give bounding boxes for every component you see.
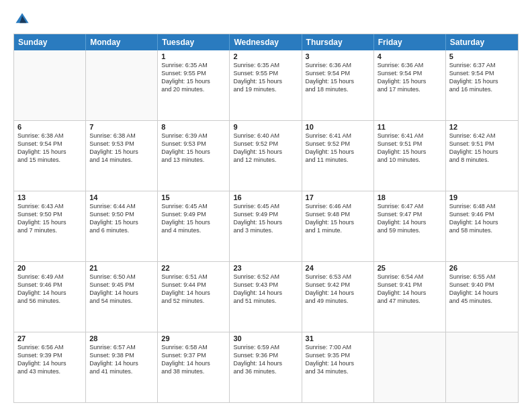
weekday-header: Monday bbox=[86, 34, 158, 50]
empty-cell bbox=[446, 332, 518, 402]
day-cell: 4Sunrise: 6:36 AM Sunset: 9:54 PM Daylig… bbox=[374, 50, 446, 120]
cell-info: Sunrise: 6:46 AM Sunset: 9:48 PM Dayligh… bbox=[306, 202, 370, 235]
cell-info: Sunrise: 6:56 AM Sunset: 9:39 PM Dayligh… bbox=[17, 343, 82, 376]
day-cell: 10Sunrise: 6:41 AM Sunset: 9:52 PM Dayli… bbox=[302, 121, 374, 191]
day-cell: 30Sunrise: 6:59 AM Sunset: 9:36 PM Dayli… bbox=[230, 332, 302, 402]
cell-info: Sunrise: 6:35 AM Sunset: 9:55 PM Dayligh… bbox=[233, 61, 298, 94]
day-cell: 13Sunrise: 6:43 AM Sunset: 9:50 PM Dayli… bbox=[14, 191, 86, 261]
calendar-row: 6Sunrise: 6:38 AM Sunset: 9:54 PM Daylig… bbox=[14, 120, 518, 191]
day-number: 27 bbox=[17, 334, 82, 342]
day-cell: 24Sunrise: 6:53 AM Sunset: 9:42 PM Dayli… bbox=[302, 262, 374, 332]
day-cell: 21Sunrise: 6:50 AM Sunset: 9:45 PM Dayli… bbox=[86, 262, 158, 332]
day-number: 18 bbox=[378, 193, 442, 201]
cell-info: Sunrise: 6:39 AM Sunset: 9:53 PM Dayligh… bbox=[161, 132, 226, 165]
day-number: 15 bbox=[161, 193, 226, 201]
weekday-header: Thursday bbox=[302, 34, 374, 50]
day-number: 29 bbox=[161, 334, 226, 342]
day-number: 20 bbox=[17, 264, 82, 272]
empty-cell bbox=[14, 50, 86, 120]
calendar-row: 1Sunrise: 6:35 AM Sunset: 9:55 PM Daylig… bbox=[14, 50, 518, 120]
cell-info: Sunrise: 6:51 AM Sunset: 9:44 PM Dayligh… bbox=[161, 273, 226, 306]
day-cell: 25Sunrise: 6:54 AM Sunset: 9:41 PM Dayli… bbox=[374, 262, 446, 332]
page: SundayMondayTuesdayWednesdayThursdayFrid… bbox=[0, 0, 532, 411]
cell-info: Sunrise: 6:58 AM Sunset: 9:37 PM Dayligh… bbox=[161, 343, 226, 376]
day-number: 13 bbox=[17, 193, 82, 201]
weekday-header: Friday bbox=[374, 34, 446, 50]
day-cell: 1Sunrise: 6:35 AM Sunset: 9:55 PM Daylig… bbox=[158, 50, 230, 120]
day-number: 4 bbox=[378, 52, 442, 60]
header bbox=[13, 12, 519, 30]
day-cell: 16Sunrise: 6:45 AM Sunset: 9:49 PM Dayli… bbox=[230, 191, 302, 261]
cell-info: Sunrise: 6:48 AM Sunset: 9:46 PM Dayligh… bbox=[449, 202, 515, 235]
day-cell: 28Sunrise: 6:57 AM Sunset: 9:38 PM Dayli… bbox=[86, 332, 158, 402]
cell-info: Sunrise: 6:47 AM Sunset: 9:47 PM Dayligh… bbox=[378, 202, 442, 235]
empty-cell bbox=[374, 332, 446, 402]
weekday-header: Saturday bbox=[446, 34, 518, 50]
day-number: 12 bbox=[449, 123, 515, 131]
calendar: SundayMondayTuesdayWednesdayThursdayFrid… bbox=[13, 34, 519, 403]
cell-info: Sunrise: 6:57 AM Sunset: 9:38 PM Dayligh… bbox=[89, 343, 154, 376]
cell-info: Sunrise: 6:38 AM Sunset: 9:54 PM Dayligh… bbox=[17, 132, 82, 165]
day-number: 10 bbox=[306, 123, 370, 131]
cell-info: Sunrise: 6:53 AM Sunset: 9:42 PM Dayligh… bbox=[306, 273, 370, 306]
cell-info: Sunrise: 6:45 AM Sunset: 9:49 PM Dayligh… bbox=[161, 202, 226, 235]
day-number: 28 bbox=[89, 334, 154, 342]
day-cell: 5Sunrise: 6:37 AM Sunset: 9:54 PM Daylig… bbox=[446, 50, 518, 120]
cell-info: Sunrise: 6:37 AM Sunset: 9:54 PM Dayligh… bbox=[449, 61, 515, 94]
day-cell: 19Sunrise: 6:48 AM Sunset: 9:46 PM Dayli… bbox=[446, 191, 518, 261]
weekday-header: Wednesday bbox=[230, 34, 302, 50]
day-number: 11 bbox=[378, 123, 442, 131]
logo bbox=[13, 12, 30, 30]
day-cell: 12Sunrise: 6:42 AM Sunset: 9:51 PM Dayli… bbox=[446, 121, 518, 191]
day-number: 7 bbox=[89, 123, 154, 131]
cell-info: Sunrise: 6:41 AM Sunset: 9:51 PM Dayligh… bbox=[378, 132, 442, 165]
cell-info: Sunrise: 6:35 AM Sunset: 9:55 PM Dayligh… bbox=[161, 61, 226, 94]
day-cell: 3Sunrise: 6:36 AM Sunset: 9:54 PM Daylig… bbox=[302, 50, 374, 120]
day-cell: 27Sunrise: 6:56 AM Sunset: 9:39 PM Dayli… bbox=[14, 332, 86, 402]
calendar-row: 13Sunrise: 6:43 AM Sunset: 9:50 PM Dayli… bbox=[14, 191, 518, 261]
weekday-header: Tuesday bbox=[158, 34, 230, 50]
day-number: 1 bbox=[161, 52, 226, 60]
logo-icon bbox=[15, 12, 30, 27]
day-number: 25 bbox=[378, 264, 442, 272]
day-cell: 6Sunrise: 6:38 AM Sunset: 9:54 PM Daylig… bbox=[14, 121, 86, 191]
calendar-row: 27Sunrise: 6:56 AM Sunset: 9:39 PM Dayli… bbox=[14, 332, 518, 402]
cell-info: Sunrise: 6:59 AM Sunset: 9:36 PM Dayligh… bbox=[233, 343, 298, 376]
cell-info: Sunrise: 6:36 AM Sunset: 9:54 PM Dayligh… bbox=[378, 61, 442, 94]
day-cell: 11Sunrise: 6:41 AM Sunset: 9:51 PM Dayli… bbox=[374, 121, 446, 191]
day-number: 14 bbox=[89, 193, 154, 201]
cell-info: Sunrise: 6:50 AM Sunset: 9:45 PM Dayligh… bbox=[89, 273, 154, 306]
calendar-header: SundayMondayTuesdayWednesdayThursdayFrid… bbox=[14, 34, 518, 50]
day-number: 22 bbox=[161, 264, 226, 272]
cell-info: Sunrise: 6:36 AM Sunset: 9:54 PM Dayligh… bbox=[306, 61, 370, 94]
day-cell: 31Sunrise: 7:00 AM Sunset: 9:35 PM Dayli… bbox=[302, 332, 374, 402]
day-number: 21 bbox=[89, 264, 154, 272]
cell-info: Sunrise: 6:44 AM Sunset: 9:50 PM Dayligh… bbox=[89, 202, 154, 235]
day-cell: 14Sunrise: 6:44 AM Sunset: 9:50 PM Dayli… bbox=[86, 191, 158, 261]
cell-info: Sunrise: 6:41 AM Sunset: 9:52 PM Dayligh… bbox=[306, 132, 370, 165]
day-number: 24 bbox=[306, 264, 370, 272]
cell-info: Sunrise: 6:55 AM Sunset: 9:40 PM Dayligh… bbox=[449, 273, 515, 306]
day-cell: 8Sunrise: 6:39 AM Sunset: 9:53 PM Daylig… bbox=[158, 121, 230, 191]
day-cell: 18Sunrise: 6:47 AM Sunset: 9:47 PM Dayli… bbox=[374, 191, 446, 261]
day-cell: 7Sunrise: 6:38 AM Sunset: 9:53 PM Daylig… bbox=[86, 121, 158, 191]
day-number: 23 bbox=[233, 264, 298, 272]
cell-info: Sunrise: 6:45 AM Sunset: 9:49 PM Dayligh… bbox=[233, 202, 298, 235]
day-number: 17 bbox=[306, 193, 370, 201]
day-number: 26 bbox=[449, 264, 515, 272]
day-cell: 22Sunrise: 6:51 AM Sunset: 9:44 PM Dayli… bbox=[158, 262, 230, 332]
day-number: 9 bbox=[233, 123, 298, 131]
cell-info: Sunrise: 7:00 AM Sunset: 9:35 PM Dayligh… bbox=[306, 343, 370, 376]
day-number: 6 bbox=[17, 123, 82, 131]
calendar-row: 20Sunrise: 6:49 AM Sunset: 9:46 PM Dayli… bbox=[14, 261, 518, 332]
cell-info: Sunrise: 6:52 AM Sunset: 9:43 PM Dayligh… bbox=[233, 273, 298, 306]
weekday-header: Sunday bbox=[14, 34, 86, 50]
cell-info: Sunrise: 6:40 AM Sunset: 9:52 PM Dayligh… bbox=[233, 132, 298, 165]
cell-info: Sunrise: 6:43 AM Sunset: 9:50 PM Dayligh… bbox=[17, 202, 82, 235]
cell-info: Sunrise: 6:42 AM Sunset: 9:51 PM Dayligh… bbox=[449, 132, 515, 165]
empty-cell bbox=[86, 50, 158, 120]
day-number: 3 bbox=[306, 52, 370, 60]
day-cell: 26Sunrise: 6:55 AM Sunset: 9:40 PM Dayli… bbox=[446, 262, 518, 332]
day-number: 31 bbox=[306, 334, 370, 342]
cell-info: Sunrise: 6:49 AM Sunset: 9:46 PM Dayligh… bbox=[17, 273, 82, 306]
